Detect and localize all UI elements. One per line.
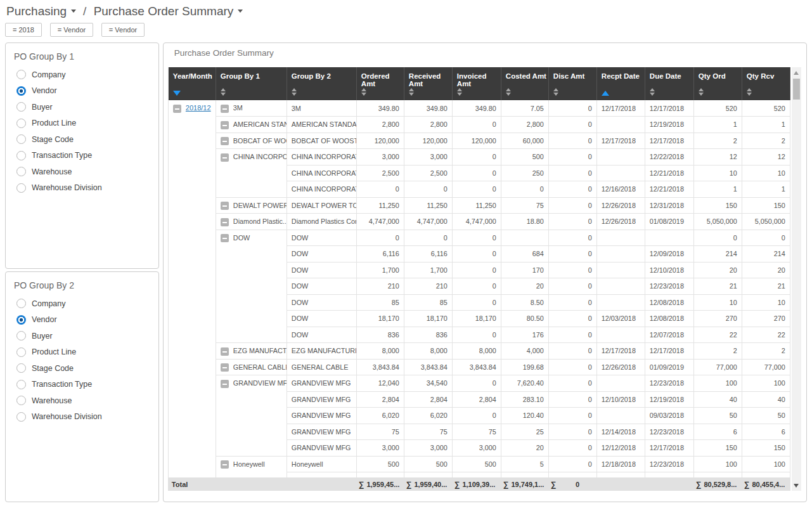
column-header-ordered[interactable]: Ordered Amt [356,67,404,100]
column-header-qty_ord[interactable]: Qty Ord [693,67,742,100]
radio-selected-icon[interactable] [16,315,26,325]
table-row: GRANDVIEW MFGGRANDVIEW MFG12,04034,54007… [168,375,790,392]
radio-unselected-icon[interactable] [16,347,26,357]
column-header-g2[interactable]: Group By 2 [287,67,356,100]
radio-unselected-icon[interactable] [16,151,26,160]
sort-icon[interactable] [292,88,297,96]
radio-option-company[interactable]: Company [6,67,158,83]
collapse-icon[interactable] [173,105,181,113]
radio-option-vendor[interactable]: Vendor [6,312,158,328]
vertical-scrollbar[interactable] [792,67,801,491]
group-by-1-label: EZG MANUFACT... [233,347,287,354]
radio-option-stage-code[interactable]: Stage Code [6,131,158,148]
collapse-icon[interactable] [221,363,229,372]
cell-disc: 0 [548,375,596,392]
radio-unselected-icon[interactable] [16,380,26,389]
po-group-by-2-panel: PO Group By 2 CompanyVendorBuyerProduct … [5,271,159,502]
radio-unselected-icon[interactable] [16,134,26,144]
year-month-link[interactable]: 2018/12 [186,104,211,112]
column-header-due[interactable]: Due Date [645,67,693,100]
radio-option-company[interactable]: Company [6,295,158,312]
sort-icon[interactable] [409,88,414,96]
radio-unselected-icon[interactable] [16,119,26,128]
column-header-costed[interactable]: Costed Amt [501,67,548,100]
collapse-icon[interactable] [221,234,229,242]
collapse-icon[interactable] [221,153,229,162]
sort-asc-icon[interactable] [602,91,609,96]
radio-option-transaction-type[interactable]: Transaction Type [6,148,158,164]
breadcrumb-page[interactable]: Purchase Order Summary [94,4,234,18]
cell-received: 120,000 [404,133,452,149]
filter-chip-groupby2[interactable]: = Vendor [101,23,145,37]
collapse-icon[interactable] [221,105,229,113]
radio-option-vendor[interactable]: Vendor [6,83,158,100]
column-header-recpt[interactable]: Recpt Date [596,67,645,100]
radio-unselected-icon[interactable] [16,183,26,193]
column-header-received[interactable]: Received Amt [404,67,452,100]
sort-icon[interactable] [361,88,366,96]
cell-invoiced: 2,400 [452,472,501,478]
radio-unselected-icon[interactable] [16,331,26,341]
scroll-down-arrow-icon[interactable] [794,484,799,488]
sort-desc-icon[interactable] [173,91,181,96]
radio-unselected-icon[interactable] [16,396,26,405]
radio-selected-icon[interactable] [16,86,26,96]
collapse-icon[interactable] [221,347,229,356]
radio-option-label: Vendor [32,315,57,324]
collapse-icon[interactable] [221,121,229,129]
cell-qty_rcv: 214 [742,246,790,263]
radio-option-product-line[interactable]: Product Line [6,115,158,132]
radio-unselected-icon[interactable] [16,412,26,422]
cell-costed: 199.68 [501,359,548,375]
radio-unselected-icon[interactable] [16,167,26,176]
radio-option-warehouse[interactable]: Warehouse [6,164,158,180]
section-dropdown-caret-icon[interactable] [71,10,76,13]
radio-option-buyer[interactable]: Buyer [6,328,158,344]
cell-received: 1,700 [404,262,452,278]
radio-option-buyer[interactable]: Buyer [6,99,158,115]
radio-option-warehouse-division[interactable]: Warehouse Division [6,180,158,197]
scroll-up-arrow-icon[interactable] [794,71,799,75]
column-header-invoiced[interactable]: Invoiced Amt [452,67,501,100]
column-header-g1[interactable]: Group By 1 [216,67,287,100]
sort-icon[interactable] [457,88,462,96]
scrollbar-thumb[interactable] [793,79,800,100]
sort-icon[interactable] [553,88,558,96]
collapse-icon[interactable] [221,460,229,469]
collapse-icon[interactable] [221,218,229,226]
radio-unselected-icon[interactable] [16,70,26,79]
cell-disc: 0 [548,311,596,327]
cell-recpt: 12/26/2018 [596,359,645,375]
radio-unselected-icon[interactable] [16,363,26,373]
collapse-icon[interactable] [221,137,229,145]
cell-recpt: 12/12/2018 [596,440,645,457]
radio-unselected-icon[interactable] [16,102,26,112]
sort-icon[interactable] [650,88,655,96]
cell-invoiced: 0 [452,181,501,198]
cell-qty_ord: 50 [693,408,742,424]
cell-ordered: 349.80 [356,100,404,117]
sort-icon[interactable] [506,88,511,96]
radio-option-label: Buyer [32,103,53,112]
radio-option-warehouse-division[interactable]: Warehouse Division [6,409,158,425]
cell-group-by-2: BOBCAT OF WOOSTER [287,133,356,149]
radio-unselected-icon[interactable] [16,299,26,308]
collapse-icon[interactable] [221,380,229,388]
filter-chip-year[interactable]: = 2018 [5,23,42,37]
sort-icon[interactable] [747,88,752,96]
filter-chip-groupby1[interactable]: = Vendor [50,23,93,37]
cell-disc: 0 [548,359,596,375]
column-label: Due Date [650,72,693,80]
radio-option-product-line[interactable]: Product Line [6,344,158,361]
column-header-qty_rcv[interactable]: Qty Rcv [742,67,790,100]
radio-option-transaction-type[interactable]: Transaction Type [6,377,158,393]
radio-option-stage-code[interactable]: Stage Code [6,360,158,377]
collapse-icon[interactable] [221,202,229,210]
sort-icon[interactable] [699,88,704,96]
page-dropdown-caret-icon[interactable] [238,10,243,13]
column-header-ym[interactable]: Year/Month [168,67,216,100]
radio-option-warehouse[interactable]: Warehouse [6,392,158,409]
sort-icon[interactable] [221,88,226,96]
column-header-disc[interactable]: Disc Amt [548,67,596,100]
breadcrumb-section[interactable]: Purchasing [6,4,67,18]
